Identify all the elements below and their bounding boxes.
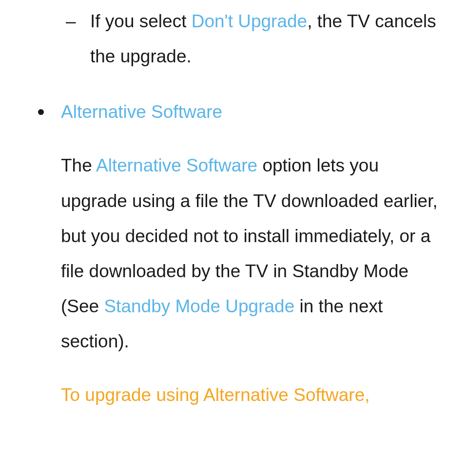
dash-list-item: – If you select Don't Upgrade, the TV ca… [0,0,465,74]
dash-marker: – [66,4,76,39]
alternative-software-link[interactable]: Alternative Software [96,155,257,175]
alternative-software-heading[interactable]: Alternative Software [61,102,222,122]
body-paragraph: The Alternative Software option lets you… [0,148,465,359]
dont-upgrade-link[interactable]: Don't Upgrade [192,11,307,31]
bullet-marker [38,109,44,115]
standby-mode-upgrade-link[interactable]: Standby Mode Upgrade [104,296,294,316]
footer-paragraph: To upgrade using Alternative Software, [0,378,465,413]
body-text-part1: The [61,155,96,175]
bullet-list-item: Alternative Software [0,95,465,130]
body-text-part2: option lets you upgrade using a file the… [61,155,438,316]
footer-text: To upgrade using Alternative Software, [61,385,370,405]
dash-text-prefix: If you select [90,11,192,31]
